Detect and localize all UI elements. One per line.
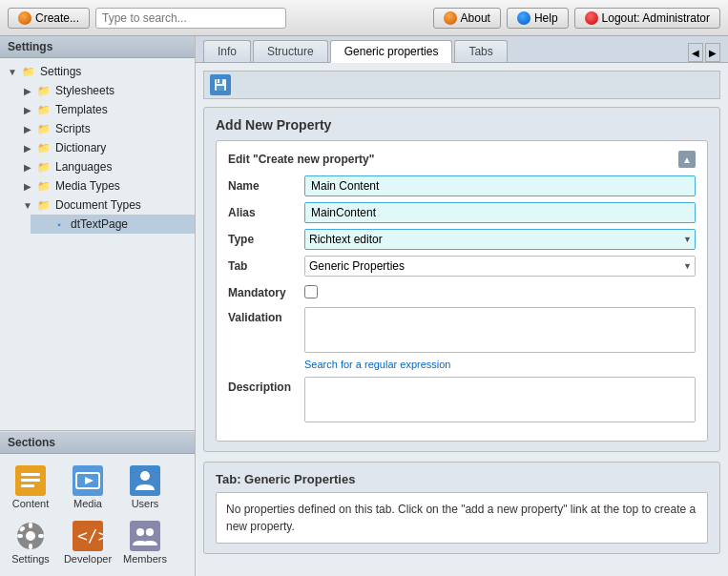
search-input[interactable]	[95, 8, 286, 29]
sidebar-item-languages[interactable]: ▶ 📁 Languages	[15, 157, 195, 176]
folder-stylesheets-icon: 📁	[36, 83, 52, 98]
section-item-media[interactable]: Media	[61, 462, 114, 513]
create-button[interactable]: Create...	[8, 8, 90, 29]
users-icon	[130, 465, 160, 496]
type-select[interactable]: Richtext editor	[304, 229, 696, 250]
developer-label: Developer	[64, 553, 112, 565]
form-row-validation: Validation Search for a regular expressi…	[228, 307, 696, 371]
search-regex-link[interactable]: Search for a regular expression	[304, 359, 450, 370]
logout-button[interactable]: Logout: Administrator	[574, 8, 720, 29]
form-row-alias: Alias	[228, 202, 696, 223]
mandatory-control	[304, 282, 696, 301]
folder-scripts-icon: 📁	[36, 121, 52, 136]
dt-text-page-label: dtTextPage	[71, 217, 128, 231]
sidebar-item-dictionary[interactable]: ▶ 📁 Dictionary	[15, 138, 195, 157]
settings-section-label: Settings	[11, 553, 50, 565]
arrow-languages: ▶	[23, 162, 32, 173]
tab-select[interactable]: Generic Properties	[304, 256, 696, 277]
sidebar-item-stylesheets[interactable]: ▶ 📁 Stylesheets	[15, 81, 195, 100]
name-control	[304, 175, 696, 196]
description-label: Description	[228, 377, 304, 394]
logout-label: Logout: Administrator	[602, 11, 710, 25]
name-input[interactable]	[304, 175, 696, 196]
users-label: Users	[132, 498, 159, 509]
svg-rect-23	[217, 86, 224, 91]
save-button[interactable]	[210, 74, 231, 95]
nav-left-arrow[interactable]: ◀	[688, 43, 703, 62]
tab-tabs[interactable]: Tabs	[454, 40, 507, 62]
alias-control	[304, 202, 696, 223]
mandatory-label: Mandatory	[228, 282, 304, 299]
alias-input[interactable]	[304, 202, 696, 223]
arrow-dictionary: ▶	[23, 143, 32, 154]
svg-point-19	[136, 528, 144, 536]
nav-arrows: ◀ ▶	[688, 43, 720, 62]
sidebar-item-templates[interactable]: ▶ 📁 Templates	[15, 100, 195, 119]
stylesheets-label: Stylesheets	[55, 84, 114, 97]
content-toolbar	[203, 71, 720, 99]
svg-rect-1	[21, 473, 40, 476]
no-properties-box: No properties defined on this tab. Click…	[216, 492, 708, 544]
folder-languages-icon: 📁	[36, 159, 52, 175]
section-item-members[interactable]: Members	[118, 517, 172, 568]
arrow-settings: ▼	[8, 67, 17, 77]
folder-templates-icon: 📁	[36, 102, 52, 117]
svg-rect-18	[130, 521, 160, 551]
media-icon	[73, 465, 103, 496]
svg-point-20	[146, 528, 154, 536]
tab-structure[interactable]: Structure	[253, 40, 328, 62]
svg-rect-14	[38, 534, 44, 538]
languages-label: Languages	[55, 160, 112, 174]
about-button[interactable]: About	[433, 8, 501, 29]
form-row-tab: Tab Generic Properties	[228, 256, 696, 277]
document-types-label: Document Types	[55, 198, 141, 212]
validation-control: Search for a regular expression	[304, 307, 696, 371]
tab-generic-properties[interactable]: Generic properties	[330, 40, 453, 63]
section-item-settings[interactable]: Settings	[4, 517, 57, 568]
toolbar-right: About Help Logout: Administrator	[433, 8, 720, 29]
sidebar-item-settings[interactable]: ▼ 📁 Settings	[0, 62, 195, 81]
section-item-users[interactable]: Users	[118, 462, 172, 513]
collapse-button[interactable]: ▲	[678, 151, 696, 168]
type-control: Richtext editor	[304, 229, 696, 250]
section-item-content[interactable]: Content	[4, 462, 57, 513]
content-icon	[15, 465, 46, 496]
tab-properties-title: Tab: Generic Properties	[216, 472, 708, 486]
mandatory-checkbox[interactable]	[304, 285, 318, 298]
scripts-label: Scripts	[55, 122, 91, 135]
folder-media-types-icon: 📁	[36, 178, 52, 194]
add-property-title: Add New Property	[216, 117, 708, 133]
edit-property-title: Edit "Create new property"	[228, 153, 374, 166]
description-control	[304, 377, 696, 425]
help-icon	[517, 11, 530, 25]
sidebar-item-document-types[interactable]: ▼ 📁 Document Types	[15, 195, 195, 215]
inner-content: Add New Property Edit "Create new proper…	[196, 63, 728, 576]
arrow-document-types: ▼	[23, 200, 32, 211]
dictionary-label: Dictionary	[55, 141, 106, 154]
svg-rect-2	[21, 479, 40, 482]
members-label: Members	[123, 553, 167, 565]
tab-info[interactable]: Info	[203, 40, 251, 62]
sections-icons: Content Media	[0, 454, 195, 576]
sidebar-item-media-types[interactable]: ▶ 📁 Media Types	[15, 176, 195, 195]
nav-right-arrow[interactable]: ▶	[705, 43, 720, 62]
help-button[interactable]: Help	[507, 8, 569, 29]
sidebar: Settings ▼ 📁 Settings ▶ 📁 Stylesheets ▶ …	[0, 36, 196, 576]
edit-property-header: Edit "Create new property" ▲	[228, 151, 696, 168]
svg-text:</>: </>	[77, 525, 103, 545]
create-label: Create...	[35, 11, 79, 25]
section-item-developer[interactable]: </> Developer	[61, 517, 114, 568]
description-input[interactable]	[304, 377, 696, 422]
sidebar-item-scripts[interactable]: ▶ 📁 Scripts	[15, 119, 195, 138]
main-toolbar: Create... About Help Logout: Administrat…	[0, 0, 728, 36]
alias-label: Alias	[228, 202, 304, 219]
settings-section-icon	[15, 521, 46, 551]
about-icon	[444, 11, 457, 25]
form-row-type: Type Richtext editor	[228, 229, 696, 250]
tab-control: Generic Properties	[304, 256, 696, 277]
svg-rect-13	[17, 534, 23, 538]
validation-input[interactable]	[304, 307, 696, 353]
settings-label: Settings	[40, 65, 81, 78]
content-label: Content	[12, 498, 50, 509]
sidebar-item-dt-text-page[interactable]: ▪ dtTextPage	[31, 215, 195, 234]
